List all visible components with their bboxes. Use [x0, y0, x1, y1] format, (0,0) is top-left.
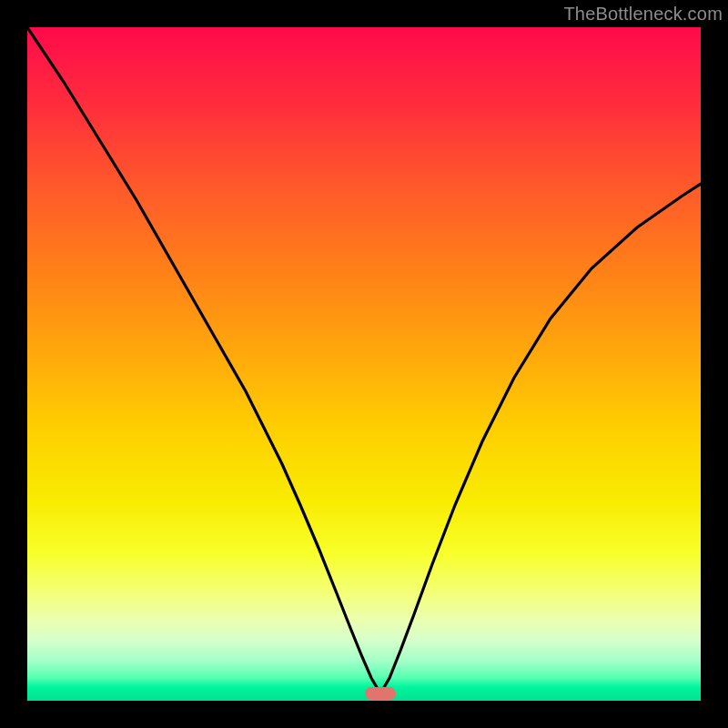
minimum-marker: [365, 687, 396, 700]
bottleneck-curve: [27, 27, 701, 693]
plot-area: [27, 27, 701, 701]
curve-svg: [27, 27, 701, 701]
watermark-text: TheBottleneck.com: [563, 4, 723, 25]
chart-frame: TheBottleneck.com: [0, 0, 728, 728]
